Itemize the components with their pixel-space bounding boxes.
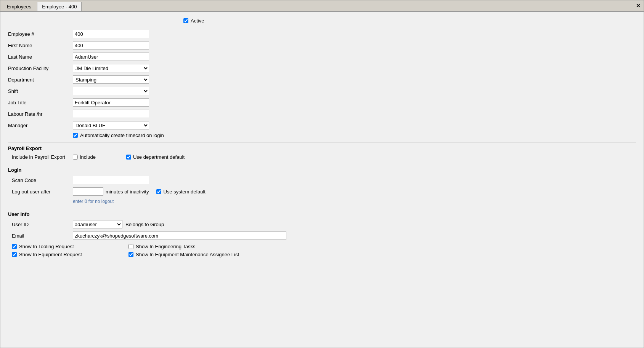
active-label: Active [191,18,204,24]
auto-timecard-label: Automatically create timecard on login [80,132,164,138]
login-divider [8,164,636,164]
auto-timecard-row: Automatically create timecard on login [73,132,636,138]
show-equipment-maintenance-checkbox[interactable] [128,252,133,257]
login-section-title: Login [8,167,636,173]
use-dept-checkbox[interactable] [126,155,131,160]
logout-row: Log out user after minutes of inactivity… [12,187,636,196]
use-system-group: Use system default [156,189,206,195]
job-title-label: Job Title [8,100,73,105]
belongs-to-group-label: Belongs to Group [125,222,164,227]
job-title-row: Job Title [8,98,636,107]
department-select[interactable]: Stamping [73,75,149,84]
labour-rate-label: Labour Rate /hr [8,111,73,117]
last-name-label: Last Name [8,54,73,60]
shift-row: Shift [8,87,636,95]
user-id-label: User ID [12,222,73,227]
payroll-include-label: Include in Payroll Export [12,154,73,160]
labour-rate-row: Labour Rate /hr [8,110,636,118]
shift-label: Shift [8,88,73,94]
minutes-suffix: minutes of inactivity [106,189,149,195]
employee-number-row: Employee # [8,30,636,38]
logout-hint: enter 0 for no logout [73,199,636,204]
manager-row: Manager Donald BLUE [8,121,636,129]
user-id-row: User ID adamuser Belongs to Group [12,220,636,228]
show-tooling-request-item: Show In Tooling Request [12,244,126,249]
first-name-input[interactable] [73,41,149,49]
scan-code-input[interactable] [73,176,149,184]
show-equipment-maintenance-item: Show In Equipment Maintenance Assignee L… [128,252,243,257]
labour-rate-input[interactable] [73,110,149,118]
show-equipment-request-checkbox[interactable] [12,252,17,257]
scan-code-label: Scan Code [12,177,73,183]
manager-select[interactable]: Donald BLUE [73,121,149,129]
first-name-label: First Name [8,43,73,48]
production-facility-row: Production Facility JM Die Limited [8,64,636,72]
department-row: Department Stamping [8,75,636,84]
last-name-row: Last Name [8,53,636,61]
email-label: Email [12,233,73,239]
show-equipment-request-item: Show In Equipment Request [12,252,126,257]
use-dept-check-group: Use department default [126,154,185,160]
active-row: Active [8,18,636,24]
shift-select[interactable] [73,87,149,95]
scan-code-row: Scan Code [12,176,636,184]
tab-employees[interactable]: Employees [2,2,36,11]
show-engineering-tasks-item: Show In Engineering Tasks [128,244,243,249]
user-info-section-title: User Info [8,211,636,217]
active-checkbox[interactable] [183,18,188,23]
logout-label: Log out user after [12,189,73,195]
user-info-divider [8,208,636,208]
user-id-select[interactable]: adamuser [73,220,122,228]
include-check-group: Include [73,154,96,160]
auto-timecard-checkbox[interactable] [73,133,78,138]
minutes-input[interactable] [73,187,103,196]
tab-bar: Employees Employee - 400 ✕ [0,0,644,12]
tab-employee-400[interactable]: Employee - 400 [37,2,82,11]
payroll-divider [8,142,636,142]
job-title-input[interactable] [73,98,149,107]
include-payroll-label: Include [80,154,96,160]
first-name-row: First Name [8,41,636,49]
show-tooling-checkbox[interactable] [12,244,17,249]
include-payroll-checkbox[interactable] [73,155,78,160]
main-window: Employees Employee - 400 ✕ Active Employ… [0,0,644,348]
form-content: Active Employee # First Name Last Name P… [0,12,644,263]
employee-number-label: Employee # [8,31,73,37]
last-name-input[interactable] [73,53,149,61]
manager-label: Manager [8,123,73,128]
department-label: Department [8,77,73,83]
use-system-label: Use system default [163,189,206,195]
payroll-section-title: Payroll Export [8,145,636,151]
production-facility-label: Production Facility [8,65,73,71]
email-row: Email [12,231,636,240]
show-engineering-checkbox[interactable] [128,244,133,249]
show-equipment-request-label: Show In Equipment Request [19,252,82,257]
use-dept-label: Use department default [133,154,185,160]
show-engineering-label: Show In Engineering Tasks [136,244,196,249]
employee-number-input[interactable] [73,30,149,38]
show-equipment-maintenance-label: Show In Equipment Maintenance Assignee L… [136,252,239,257]
close-button[interactable]: ✕ [635,3,641,9]
email-input[interactable] [73,231,286,240]
use-system-checkbox[interactable] [156,189,161,194]
payroll-row: Include in Payroll Export Include Use de… [12,154,636,160]
checkboxes-grid: Show In Tooling Request Show In Engineer… [12,244,636,257]
production-facility-select[interactable]: JM Die Limited [73,64,149,72]
show-tooling-label: Show In Tooling Request [19,244,74,249]
